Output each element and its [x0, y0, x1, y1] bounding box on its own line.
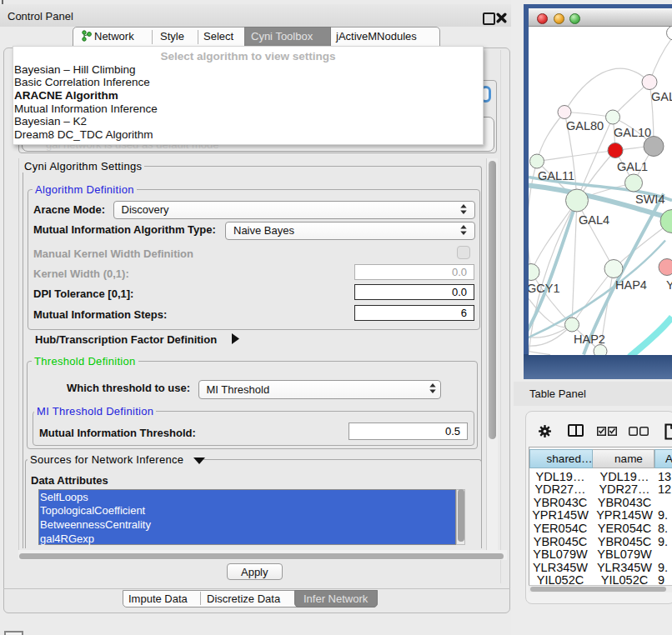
- svg-text:GAL10: GAL10: [614, 125, 651, 138]
- svg-text:GCY1: GCY1: [529, 281, 560, 294]
- svg-text:GAL2: GAL2: [651, 89, 672, 102]
- svg-text:GAL80: GAL80: [566, 118, 604, 132]
- svg-text:YEL: YEL: [666, 278, 672, 291]
- svg-text:GAL4: GAL4: [579, 212, 609, 226]
- svg-text:HAP4: HAP4: [615, 278, 647, 291]
- svg-text:GAL11: GAL11: [538, 168, 574, 182]
- svg-text:GAL1: GAL1: [617, 159, 648, 172]
- svg-text:SWI4: SWI4: [635, 192, 664, 205]
- svg-text:HAP2: HAP2: [574, 332, 605, 345]
